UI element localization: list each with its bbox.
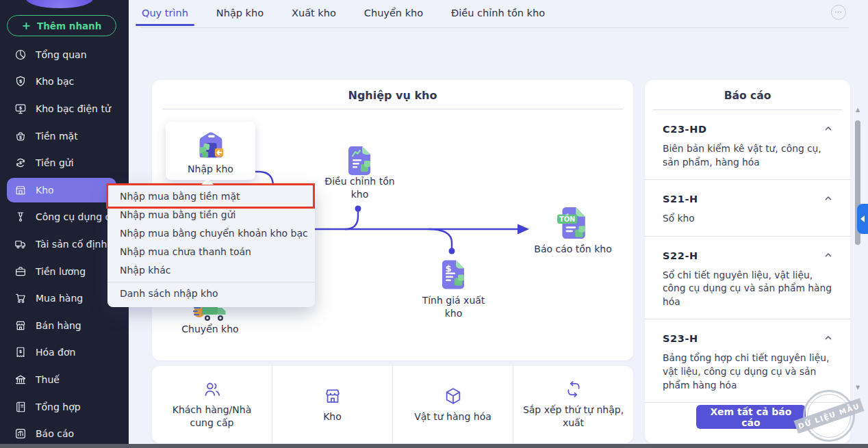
truck-icon xyxy=(14,238,27,250)
report-item-C23-HD[interactable]: C23-HDBiên bản kiểm kê vật tư, công cụ, … xyxy=(645,110,850,180)
sidebar-item-label: Tiền lương xyxy=(36,266,86,277)
chevron-up-icon[interactable] xyxy=(823,123,834,134)
tab-1[interactable]: Quy trình xyxy=(140,0,190,25)
sort-arrows-icon xyxy=(564,380,583,399)
refresh-dollar-icon: $ xyxy=(14,157,27,169)
sidebar-item-label: Kho xyxy=(36,185,54,196)
svg-text:$: $ xyxy=(19,79,23,84)
sidebar-item-label: Công cụ dụng cụ xyxy=(36,211,116,222)
report-scrollbar: ▲ ▼ xyxy=(853,104,863,398)
app-window: + Thêm nhanh Tổng quan$Kho bạc$Kho bạc đ… xyxy=(0,0,868,448)
storefront-icon xyxy=(323,386,342,406)
dropdown-item[interactable]: Danh sách nhập kho xyxy=(107,285,315,303)
sidebar-item-refresh-dollar[interactable]: $Tiền gửi xyxy=(0,149,129,176)
bottom-item-storefront[interactable]: Kho xyxy=(272,366,392,443)
sidebar-item-label: Tổng quan xyxy=(36,49,87,60)
dropdown-caret xyxy=(201,179,214,185)
sidebar-item-warehouse[interactable]: Kho xyxy=(7,178,116,202)
chevron-up-icon[interactable] xyxy=(823,332,834,343)
sidebar-item-label: Bán hàng xyxy=(36,320,81,331)
tab-bar: Quy trìnhNhập khoXuất khoChuyển khoĐiều … xyxy=(140,0,849,28)
report-item-S21-H[interactable]: S21-HSổ kho xyxy=(645,180,850,237)
sidebar-item-invoice[interactable]: $Hóa đơn xyxy=(0,339,129,367)
pie-chart-icon xyxy=(14,49,27,61)
sidebar-item-purse-dollar[interactable]: $Tiền mặt xyxy=(0,122,129,150)
svg-text:$: $ xyxy=(19,134,22,140)
sidebar-item-bank[interactable]: Thuế xyxy=(0,366,129,393)
flow-node-chuyen-kho[interactable]: Chuyển kho xyxy=(176,323,244,336)
dropdown-item[interactable]: Nhập mua bằng tiền mặt xyxy=(107,187,315,206)
sidebar-item-monitor-dollar[interactable]: $Kho bạc điện tử xyxy=(0,95,129,122)
dropdown-item[interactable]: Nhập mua bằng tiền gửi xyxy=(107,206,315,224)
flow-node-bao-cao-ton[interactable]: Báo cáo tồn kho xyxy=(528,243,617,256)
sidebar-item-label: Báo cáo xyxy=(36,428,74,439)
svg-text:$: $ xyxy=(445,263,451,274)
bottom-item-label: Khách hàng/Nhà cung cấp xyxy=(161,404,264,430)
chevron-up-icon[interactable] xyxy=(823,250,834,261)
warehouse-in-icon xyxy=(193,127,229,163)
flow-node-tinh-gia[interactable]: Tính giá xuất kho xyxy=(414,294,493,320)
report-panel-title: Báo cáo xyxy=(645,90,850,102)
svg-text:$: $ xyxy=(19,349,22,354)
report-item-S22-H[interactable]: S22-HSổ chi tiết nguyên liệu, vật liệu, … xyxy=(645,237,850,320)
sidebar-item-pie-chart[interactable]: Tổng quan xyxy=(0,41,129,68)
report-panel: Báo cáo C23-HDBiên bản kiểm kê vật tư, c… xyxy=(645,80,850,443)
chevron-up-icon[interactable] xyxy=(823,193,834,204)
report-code: S21-H xyxy=(663,194,832,205)
flow-node-dieu-chinh[interactable]: Điều chỉnh tồn kho xyxy=(320,175,399,201)
report-desc: Bảng tổng hợp chi tiết nguyên liệu, vật … xyxy=(663,352,832,392)
briefcase-icon xyxy=(14,265,27,278)
nhap-kho-dropdown: Nhập mua bằng tiền mặtNhập mua bằng tiền… xyxy=(107,183,315,307)
flow-node-nhap-kho[interactable]: Nhập kho xyxy=(166,122,255,180)
view-all-reports-button[interactable]: Xem tất cả báo cáo xyxy=(696,405,806,429)
quick-add-label: Thêm nhanh xyxy=(37,21,101,31)
bottom-item-people[interactable]: Khách hàng/Nhà cung cấp xyxy=(152,366,272,443)
report-desc: Sổ chi tiết nguyên liệu, vật liệu, công … xyxy=(663,269,832,309)
ledger-icon xyxy=(14,401,27,413)
quick-add-button[interactable]: + Thêm nhanh xyxy=(7,15,116,36)
storefront-icon xyxy=(14,319,27,332)
sidebar-item-ledger[interactable]: Tổng hợp xyxy=(0,393,129,421)
tools-icon xyxy=(14,211,27,223)
shield-dollar-icon: $ xyxy=(14,75,27,88)
sidebar-item-label: Tiền gửi xyxy=(36,157,74,168)
flow-card-title: Nghiệp vụ kho xyxy=(152,89,633,102)
collapse-panel-button[interactable] xyxy=(857,204,868,234)
catalog-shortcuts-card: Khách hàng/Nhà cung cấpKhoVật tư hàng hó… xyxy=(152,366,633,443)
tab-4[interactable]: Chuyển kho xyxy=(363,0,424,25)
sidebar-item-shield-dollar[interactable]: $Kho bạc xyxy=(0,68,129,96)
sidebar-item-label: Tài sản cố định xyxy=(36,239,107,250)
dropdown-divider xyxy=(107,282,315,282)
bottom-item-sort-arrows[interactable]: Sắp xếp thứ tự nhập, xuất xyxy=(513,366,633,443)
stock-report-icon[interactable]: TỒN xyxy=(557,206,588,240)
warehouse-icon xyxy=(14,184,27,196)
dropdown-item[interactable]: Nhập mua chưa thanh toán xyxy=(107,243,315,261)
report-code: C23-HD xyxy=(663,124,832,135)
bottom-item-label: Sắp xếp thứ tự nhập, xuất xyxy=(522,404,625,430)
monitor-dollar-icon: $ xyxy=(14,103,27,115)
dropdown-item[interactable]: Nhập khác xyxy=(107,261,315,280)
sidebar-item-chart[interactable]: Báo cáo xyxy=(0,420,129,447)
tab-3[interactable]: Xuất kho xyxy=(290,0,337,25)
sidebar-item-label: Kho bạc xyxy=(36,76,74,87)
sidebar-item-label: Hóa đơn xyxy=(36,347,75,358)
sidebar-item-label: Thuế xyxy=(36,374,60,385)
bottom-item-label: Vật tư hàng hóa xyxy=(414,410,492,423)
report-item-S23-H[interactable]: S23-HBảng tổng hợp chi tiết nguyên liệu,… xyxy=(645,319,850,403)
tab-2[interactable]: Nhập kho xyxy=(215,0,265,25)
more-options-button[interactable]: ⋯ xyxy=(831,5,846,20)
scroll-up-icon[interactable]: ▲ xyxy=(853,107,863,113)
cube-icon xyxy=(444,386,463,406)
svg-text:$: $ xyxy=(19,160,22,166)
scroll-down-icon[interactable]: ▼ xyxy=(853,384,863,391)
sidebar-item-storefront[interactable]: Bán hàng xyxy=(0,312,129,339)
adjust-stock-icon[interactable] xyxy=(346,145,373,176)
divider xyxy=(162,109,623,109)
tab-5[interactable]: Điều chỉnh tồn kho xyxy=(450,0,546,25)
sidebar-item-label: Mua hàng xyxy=(36,293,83,304)
dropdown-item[interactable]: Nhập mua bằng chuyển khoản kho bạc xyxy=(107,224,315,243)
bottom-item-cube[interactable]: Vật tư hàng hóa xyxy=(392,366,513,443)
report-list: C23-HDBiên bản kiểm kê vật tư, công cụ, … xyxy=(645,110,850,403)
chart-icon xyxy=(14,427,27,440)
price-calc-icon[interactable]: $ xyxy=(439,259,467,291)
